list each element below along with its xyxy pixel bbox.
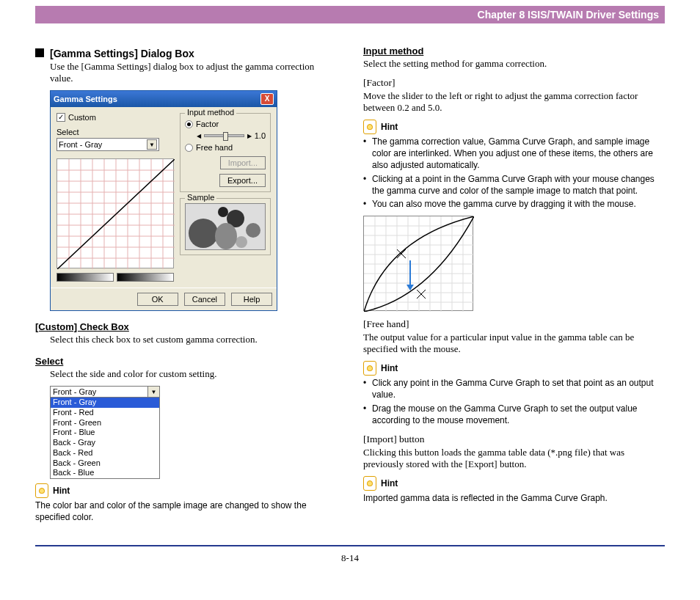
dialog-title: Gamma Settings <box>54 95 117 103</box>
gamma-settings-dialog: Gamma Settings X ✓ Custom Select Front -… <box>50 90 277 311</box>
factor-body: Move the slider to the left or right to … <box>363 90 665 114</box>
list-item[interactable]: Front - Red <box>51 408 159 418</box>
select-combo-value: Front - Gray <box>59 140 102 149</box>
select-heading: Select <box>35 356 337 367</box>
section-bullet <box>35 48 44 57</box>
factor-slider[interactable] <box>204 134 244 137</box>
factor-radio[interactable] <box>185 120 193 128</box>
hint-icon <box>363 476 376 491</box>
select-combo[interactable]: Front - Gray ▼ <box>56 138 159 151</box>
gamma-settings-intro: Use the [Gamma Settings] dialog box to a… <box>50 61 337 84</box>
hint-bullet: The gamma correction value, Gamma Curve … <box>363 136 665 172</box>
close-icon[interactable]: X <box>260 93 274 105</box>
freehand-radio-label: Free hand <box>196 143 233 152</box>
list-item[interactable]: Front - Gray <box>51 398 159 408</box>
input-method-body: Select the setting method for gamma corr… <box>363 58 665 70</box>
hint-bullet: You can also move the gamma curve by dra… <box>363 198 665 210</box>
factor-radio-label: Factor <box>196 120 219 128</box>
list-item[interactable]: Back - Blue <box>51 468 159 478</box>
select-label: Select <box>56 128 174 136</box>
custom-checkbox-heading: [Custom] Check Box <box>35 321 337 332</box>
freehand-body: The output value for a particular input … <box>363 332 665 355</box>
gamma-curve-example <box>363 216 473 311</box>
hint-bullet: Click any point in the Gamma Curve Graph… <box>363 377 665 400</box>
list-item[interactable]: Back - Red <box>51 448 159 458</box>
ok-button[interactable]: OK <box>137 293 178 306</box>
hint-icon <box>363 361 376 376</box>
hint-icon <box>363 120 376 134</box>
sample-image <box>185 203 266 250</box>
list-item[interactable]: Front - Green <box>51 418 159 428</box>
gradient-bar-1 <box>56 273 114 282</box>
hint-icon <box>35 483 48 498</box>
hint-bullet: Clicking at a point in the Gamma Curve G… <box>363 173 665 197</box>
custom-checkbox-body: Select this check box to set custom gamm… <box>50 334 337 345</box>
help-button[interactable]: Help <box>231 293 272 306</box>
arrow-down-icon <box>409 260 411 290</box>
factor-heading: [Factor] <box>363 77 665 89</box>
slider-right-icon: ▶ <box>247 133 252 139</box>
gamma-settings-heading: [Gamma Settings] Dialog Box <box>50 48 194 59</box>
listbox-selected: Front - Gray <box>51 387 147 397</box>
gamma-curve-graph[interactable] <box>56 158 174 268</box>
sample-legend: Sample <box>185 193 216 202</box>
select-body: Select the side and color for custom set… <box>50 368 337 380</box>
page-number: 8-14 <box>35 545 665 564</box>
list-item[interactable]: Back - Green <box>51 458 159 469</box>
factor-value: 1.0 <box>255 131 266 140</box>
import-heading: [Import] button <box>363 433 665 445</box>
freehand-heading: [Free hand] <box>363 318 665 330</box>
hint-label: Hint <box>381 122 398 132</box>
input-method-legend: Input method <box>185 108 236 117</box>
cancel-button[interactable]: Cancel <box>184 293 225 306</box>
list-item[interactable]: Front - Blue <box>51 428 159 438</box>
left-column: [Gamma Settings] Dialog Box Use the [Gam… <box>35 45 337 523</box>
input-method-heading: Input method <box>363 45 665 56</box>
import-button[interactable]: Import... <box>220 156 266 169</box>
slider-left-icon: ◀ <box>197 133 201 139</box>
hint-label: Hint <box>53 486 70 496</box>
list-item[interactable]: Back - Gray <box>51 438 159 448</box>
select-listbox[interactable]: Front - Gray ▼ Front - Gray Front - Red … <box>50 386 160 479</box>
import-body: Clicking this button loads the gamma tab… <box>363 447 665 470</box>
gradient-bar-2 <box>117 273 174 282</box>
chapter-header: Chapter 8 ISIS/TWAIN Driver Settings <box>35 6 665 23</box>
hint-body: Imported gamma data is reflected in the … <box>363 492 665 504</box>
hint-bullet: Drag the mouse on the Gamma Curve Graph … <box>363 403 665 426</box>
chevron-down-icon[interactable]: ▼ <box>147 387 159 397</box>
hint-label: Hint <box>381 478 398 489</box>
freehand-radio[interactable] <box>185 144 193 152</box>
right-column: Input method Select the setting method f… <box>363 45 665 523</box>
hint-body: The color bar and color of the sample im… <box>35 500 337 523</box>
custom-checkbox[interactable]: ✓ <box>56 113 65 122</box>
export-button[interactable]: Export... <box>219 174 266 187</box>
chevron-down-icon[interactable]: ▼ <box>147 139 157 150</box>
hint-label: Hint <box>381 363 398 373</box>
custom-checkbox-label: Custom <box>68 113 96 122</box>
